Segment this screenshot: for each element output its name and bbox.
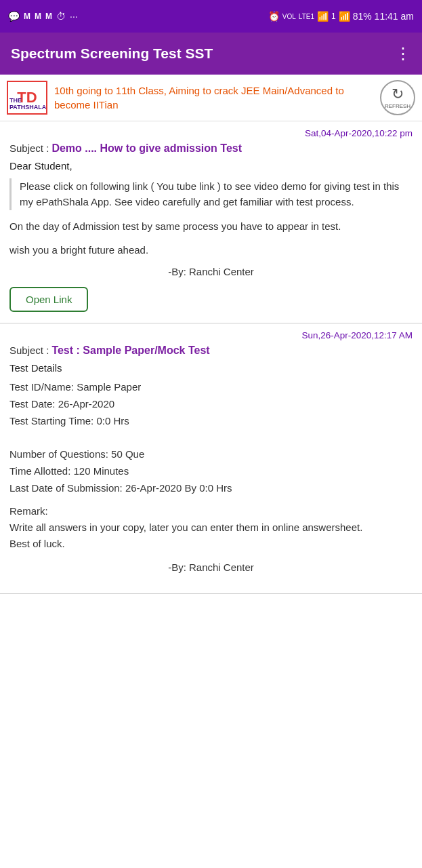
sim-signal: 1 <box>331 12 336 21</box>
remark-text: Write all answers in your copy, later yo… <box>9 519 413 536</box>
app-title: Spectrum Screening Test SST <box>11 45 213 62</box>
banner: TD THEPATHSHALA 10th going to 11th Class… <box>0 75 422 121</box>
message-subject-row-2: Subject : Test : Sample Paper/Mock Test <box>9 344 413 357</box>
best-of-luck: Best of luck. <box>9 536 413 552</box>
open-link-button[interactable]: Open Link <box>9 287 88 312</box>
gmail-icon-1: M <box>24 12 30 21</box>
num-questions: Number of Questions: 50 Que <box>9 446 413 463</box>
logo: TD THEPATHSHALA <box>7 81 47 115</box>
subject-label-2: Subject : <box>9 344 49 356</box>
alarm-icon: ⏰ <box>268 11 280 22</box>
last-date: Last Date of Submission: 26-Apr-2020 By … <box>9 480 413 497</box>
sign-2: -By: Ranchi Center <box>9 561 413 573</box>
test-details-block: Test ID/Name: Sample Paper Test Date: 26… <box>9 379 413 496</box>
refresh-button[interactable]: ↻ REFRESH <box>380 80 415 115</box>
content-area: Sat,04-Apr-2020,10:22 pm Subject : Demo … <box>0 121 422 594</box>
status-left-icons: 💬 M M M ⏱ ··· <box>8 11 78 22</box>
remark-block: Remark: Write all answers in your copy, … <box>9 503 413 552</box>
body-plain-1: On the day of Admission test by same pro… <box>9 218 413 234</box>
battery-percent: 81% 11:41 am <box>353 11 414 22</box>
body-plain-2: wish you a bright future ahead. <box>9 242 413 258</box>
logo-sub: THEPATHSHALA <box>9 97 46 111</box>
gmail-icon-2: M <box>35 12 41 21</box>
message-date-1: Sat,04-Apr-2020,10:22 pm <box>9 128 413 138</box>
more-icon: ··· <box>70 11 78 22</box>
status-right: ⏰ VOL LTE1 📶 1 📶 81% 11:41 am <box>268 11 414 22</box>
refresh-label: REFRESH <box>385 103 410 109</box>
time-allotted: Time Allotted: 120 Minutes <box>9 463 413 480</box>
vol-label: VOL <box>282 13 296 20</box>
message-card-2: Sun,26-Apr-2020,12:17 AM Subject : Test … <box>0 323 422 594</box>
refresh-icon: ↻ <box>392 87 404 102</box>
body-indented-1: Please click on following link ( You tub… <box>9 178 413 210</box>
test-id: Test ID/Name: Sample Paper <box>9 379 413 396</box>
status-bar: 💬 M M M ⏱ ··· ⏰ VOL LTE1 📶 1 📶 81% 11:41… <box>0 0 422 33</box>
banner-tagline: 10th going to 11th Class, Aiming to crac… <box>54 83 375 112</box>
test-time: Test Starting Time: 0:0 Hrs <box>9 413 413 430</box>
message-icon: 💬 <box>8 11 20 22</box>
app-bar: Spectrum Screening Test SST ⋮ <box>0 33 422 75</box>
gmail-icon-3: M <box>45 12 52 21</box>
salutation-1: Dear Student, <box>9 160 413 172</box>
subject-value-1: Demo .... How to give admission Test <box>51 142 242 155</box>
message-date-2: Sun,26-Apr-2020,12:17 AM <box>9 330 413 340</box>
subject-label-1: Subject : <box>9 142 49 154</box>
message-subject-row-1: Subject : Demo .... How to give admissio… <box>9 142 413 155</box>
signal-bars: 📶 <box>339 11 350 22</box>
message-card-1: Sat,04-Apr-2020,10:22 pm Subject : Demo … <box>0 121 422 323</box>
remark-label: Remark: <box>9 503 413 519</box>
sign-1: -By: Ranchi Center <box>9 266 413 277</box>
test-section-title: Test Details <box>9 362 413 374</box>
test-date: Test Date: 26-Apr-2020 <box>9 396 413 413</box>
menu-button[interactable]: ⋮ <box>395 44 411 63</box>
subject-value-2: Test : Sample Paper/Mock Test <box>51 344 209 357</box>
wifi-icon: 📶 <box>317 11 329 22</box>
timer-icon: ⏱ <box>56 11 66 22</box>
lte-label: LTE1 <box>299 13 314 20</box>
